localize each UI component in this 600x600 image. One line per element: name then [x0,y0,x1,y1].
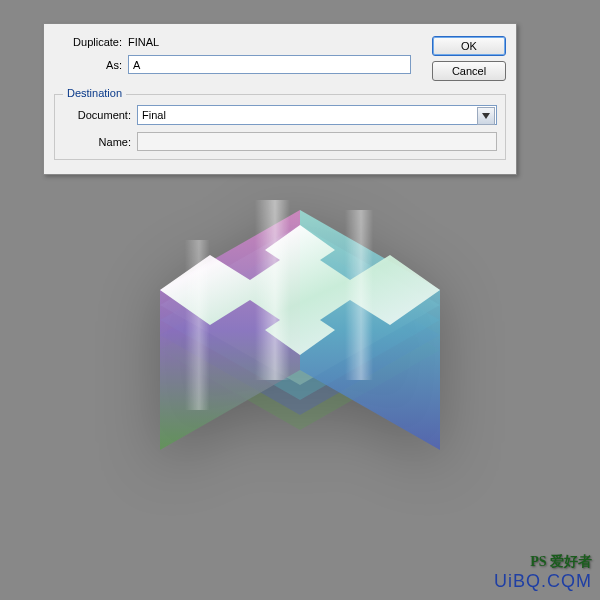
chevron-down-icon[interactable] [477,107,495,125]
svg-rect-7 [345,210,385,380]
as-label: As: [54,59,128,71]
name-input [137,132,497,151]
watermark-top-text: PS 爱好者 [494,553,592,571]
ok-button[interactable]: OK [432,36,506,56]
svg-rect-8 [185,240,220,410]
document-select-value: Final [142,109,166,121]
glass-artwork [140,140,460,460]
cancel-button[interactable]: Cancel [432,61,506,81]
svg-rect-6 [255,200,305,380]
destination-title: Destination [63,87,126,99]
name-label: Name: [63,136,137,148]
watermark: PS 爱好者 UiBQ.CQM [494,553,592,592]
destination-fieldset: Destination Document: Final Name: [54,94,506,160]
as-input[interactable] [128,55,411,74]
duplicate-value: FINAL [128,36,159,48]
watermark-bottom-text: UiBQ.CQM [494,571,592,592]
document-label: Document: [63,109,137,121]
document-select[interactable]: Final [137,105,497,125]
duplicate-label: Duplicate: [54,36,128,48]
duplicate-dialog: Duplicate: FINAL As: OK Cancel Destinati… [43,23,517,175]
